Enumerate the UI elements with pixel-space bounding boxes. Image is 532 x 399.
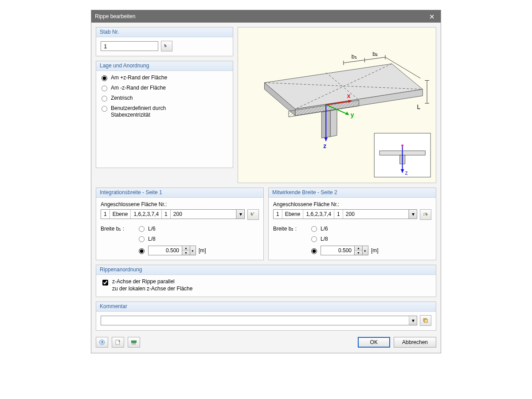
svg-text:0.00: 0.00: [132, 343, 136, 345]
comment-combo[interactable]: ▾: [101, 316, 417, 325]
radio-user-defined[interactable]: [102, 106, 107, 112]
connected-surface-label-1: Angeschlossene Fläche Nr.:: [101, 201, 259, 207]
chevron-up-icon[interactable]: ▲: [182, 246, 190, 251]
member-no-input[interactable]: [101, 41, 158, 51]
preview-illustration: x y z b₁: [238, 27, 436, 183]
b1-spinner[interactable]: ▲ ▼ ▸: [148, 246, 196, 255]
b2-spinner[interactable]: ▲ ▼ ▸: [321, 246, 368, 255]
radio-b2-l6-label: L/6: [321, 226, 328, 232]
radio-b1-l6[interactable]: [139, 226, 145, 232]
dialog-edit-rib: Rippe bearbeiten ✕ Stab Nr.: [91, 10, 441, 353]
svg-marker-15: [324, 137, 328, 141]
group-title-arrangement: Rippenanordnung: [96, 265, 436, 275]
svg-marker-9: [330, 110, 337, 137]
radio-b1-custom[interactable]: [139, 248, 145, 254]
b2-value-input[interactable]: [321, 246, 354, 255]
check-z-parallel[interactable]: [102, 280, 108, 286]
stack-icon: [422, 317, 429, 324]
note-icon: [115, 339, 121, 345]
dim-b2-label: b₂: [372, 51, 378, 57]
group-title-side2: Mitwirkende Breite - Seite 2: [269, 188, 436, 198]
pick-member-button[interactable]: [161, 41, 172, 51]
svg-text:?: ?: [101, 340, 103, 344]
radio-b1-l6-label: L/6: [148, 226, 156, 232]
picker-icon: [164, 43, 170, 49]
connected-surface-combo-2[interactable]: 1 Ebene 1,6,2,3,7,4 1 200 ▾: [273, 209, 417, 219]
radio-minus-z-label: Am -z-Rand der Fläche: [111, 85, 166, 91]
ruler-icon: 0.00: [131, 339, 137, 345]
close-icon[interactable]: ✕: [426, 12, 437, 21]
radio-plus-z-label: Am +z-Rand der Fläche: [111, 74, 167, 81]
b2-unit: [m]: [371, 247, 379, 254]
check-z-parallel-label: z-Achse der Rippe parallel zu der lokale…: [112, 278, 192, 292]
ok-button[interactable]: OK: [358, 337, 390, 348]
radio-centric-label: Zentrisch: [111, 95, 133, 102]
svg-rect-37: [131, 341, 136, 343]
axis-z-label: z: [323, 142, 326, 149]
group-title-position: Lage und Anordnung: [96, 61, 233, 71]
picker-icon: 2: [422, 211, 429, 218]
group-title-comment: Kommentar: [96, 302, 436, 312]
group-comment: Kommentar ▾: [96, 301, 436, 331]
chevron-down-icon[interactable]: ▼: [355, 251, 362, 255]
chevron-down-icon[interactable]: ▾: [409, 316, 417, 325]
group-member-no: Stab Nr.: [96, 27, 233, 56]
group-rib-arrangement: Rippenanordnung z-Achse der Rippe parall…: [96, 265, 436, 297]
width-b1-label: Breite b₁ :: [101, 225, 134, 255]
inset-z-label: z: [405, 169, 408, 176]
b2-spin-buttons[interactable]: ▲ ▼: [354, 246, 362, 255]
group-title-member-no: Stab Nr.: [96, 27, 233, 37]
width-b2-label: Breite b₂ :: [273, 225, 307, 255]
b2-spin-drag-icon[interactable]: ▸: [362, 246, 368, 255]
notes-button[interactable]: [112, 337, 124, 348]
svg-text:2: 2: [423, 213, 425, 216]
b1-unit: [m]: [199, 247, 206, 254]
chevron-down-icon[interactable]: ▼: [182, 251, 190, 255]
radio-user-defined-label: Benutzerdefiniert durch Stabexzentrizitä…: [111, 105, 166, 118]
chevron-up-icon[interactable]: ▲: [355, 246, 362, 251]
pick-surface-2-button[interactable]: 2: [420, 209, 431, 220]
axis-y-label: y: [351, 111, 354, 118]
group-width-side1: Integrationsbreite - Seite 1 Angeschloss…: [96, 188, 264, 260]
radio-minus-z[interactable]: [102, 86, 107, 91]
chevron-down-icon[interactable]: ▾: [236, 210, 244, 219]
help-button[interactable]: ?: [96, 337, 108, 348]
preview-pane: x y z b₁: [238, 27, 436, 183]
radio-b2-custom[interactable]: [311, 248, 317, 254]
radio-b2-l8-label: L/8: [321, 236, 328, 242]
group-title-side1: Integrationsbreite - Seite 1: [96, 188, 263, 198]
svg-rect-33: [424, 319, 427, 322]
help-icon: ?: [99, 339, 105, 345]
titlebar: Rippe bearbeiten ✕: [91, 10, 441, 23]
comment-library-button[interactable]: [420, 315, 431, 326]
chevron-down-icon[interactable]: ▾: [409, 210, 417, 219]
connected-surface-combo-1[interactable]: 1 Ebene 1,6,2,3,7,4 1 200 ▾: [101, 209, 245, 219]
units-button[interactable]: 0.00: [128, 337, 140, 348]
picker-icon: ✦: [250, 211, 256, 218]
group-position: Lage und Anordnung Am +z-Rand der Fläche…: [96, 61, 233, 168]
pick-surface-1-button[interactable]: ✦: [247, 209, 259, 220]
radio-b2-l8[interactable]: [311, 236, 317, 242]
b1-value-input[interactable]: [148, 246, 182, 255]
dialog-title: Rippe bearbeiten: [95, 13, 426, 20]
dim-b1-label: b₁: [352, 53, 357, 60]
dim-L-label: L: [417, 103, 420, 110]
axis-x-label: x: [347, 92, 351, 99]
radio-plus-z[interactable]: [102, 75, 107, 81]
b1-spin-buttons[interactable]: ▲ ▼: [182, 246, 190, 255]
radio-centric[interactable]: [102, 96, 107, 102]
radio-b2-l6[interactable]: [311, 226, 317, 232]
radio-b1-l8-label: L/8: [148, 236, 156, 242]
b1-spin-drag-icon[interactable]: ▸: [190, 246, 196, 255]
svg-text:✦: ✦: [253, 212, 254, 214]
cancel-button[interactable]: Abbrechen: [394, 337, 436, 348]
connected-surface-label-2: Angeschlossene Fläche Nr.:: [273, 201, 431, 207]
radio-b1-l8[interactable]: [139, 236, 145, 242]
group-width-side2: Mitwirkende Breite - Seite 2 Angeschloss…: [268, 188, 436, 260]
svg-point-29: [401, 145, 403, 147]
